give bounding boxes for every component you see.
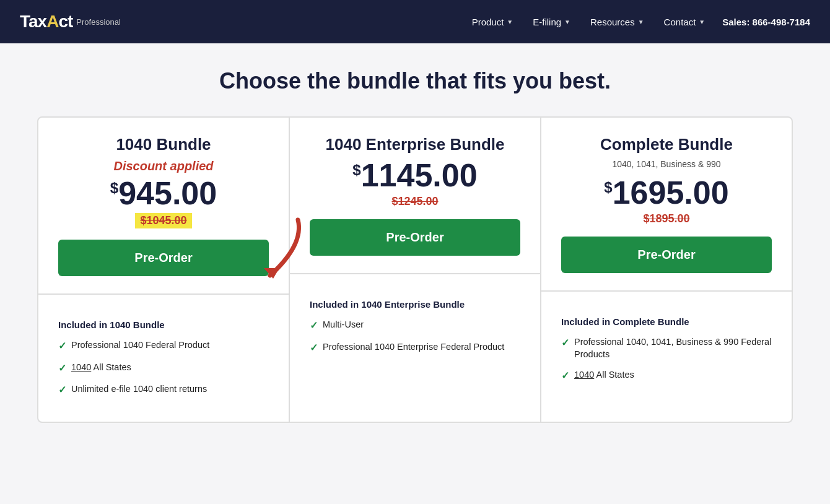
- list-item: ✓ Professional 1040, 1041, Business & 99…: [561, 336, 772, 361]
- feature-text: Professional 1040, 1041, Business & 990 …: [574, 336, 772, 361]
- bundle-enterprise-price-old-wrapper: $1245.00: [310, 195, 520, 208]
- bundle-card-complete: Complete Bundle 1040, 1041, Business & 9…: [541, 118, 792, 422]
- bundle-complete-included-title: Included in Complete Bundle: [561, 316, 772, 327]
- page-title: Choose the bundle that fits you best.: [37, 68, 793, 94]
- efiling-caret-icon: ▼: [564, 19, 570, 25]
- main-content: Choose the bundle that fits you best. 10…: [0, 43, 830, 448]
- feature-text: 1040 All States: [71, 361, 131, 373]
- feature-text: Professional 1040 Federal Product: [71, 339, 209, 351]
- resources-caret-icon: ▼: [638, 19, 644, 25]
- bundle-complete-subtitle: 1040, 1041, Business & 990: [561, 159, 772, 169]
- card-divider: [38, 293, 289, 307]
- checkmark-icon: ✓: [561, 369, 569, 383]
- logo-professional: Professional: [76, 17, 121, 27]
- checkmark-icon: ✓: [561, 336, 569, 350]
- nav-product[interactable]: Product ▼: [465, 12, 521, 32]
- feature-text: Professional 1040 Enterprise Federal Pro…: [323, 341, 504, 353]
- feature-text: Unlimited e-file 1040 client returns: [71, 383, 207, 395]
- bundle-card-1040-enterprise: 1040 Enterprise Bundle $1145.00 $1245.00…: [290, 118, 541, 422]
- nav-resources[interactable]: Resources ▼: [583, 12, 652, 32]
- bundle-complete-title: Complete Bundle: [561, 135, 772, 154]
- checkmark-icon: ✓: [310, 341, 318, 355]
- bundles-container: 1040 Bundle Discount applied $945.00 $10…: [37, 116, 793, 423]
- discount-arrow: [251, 214, 307, 284]
- feature-text: 1040 All States: [574, 368, 634, 381]
- bundle-enterprise-features: ✓ Multi-User ✓ Professional 1040 Enterpr…: [310, 318, 520, 355]
- nav-contact[interactable]: Contact ▼: [657, 12, 713, 32]
- list-item: ✓ Professional 1040 Federal Product: [58, 339, 269, 353]
- list-item: ✓ Unlimited e-file 1040 client returns: [58, 383, 269, 397]
- preorder-button-enterprise[interactable]: Pre-Order: [310, 219, 520, 256]
- feature-link[interactable]: 1040: [71, 362, 91, 372]
- logo[interactable]: TaxAct Professional: [20, 12, 121, 32]
- bundle-enterprise-title: 1040 Enterprise Bundle: [310, 135, 520, 154]
- navbar: TaxAct Professional Product ▼ E-filing ▼…: [0, 0, 830, 43]
- bundle-complete-price-current: $1695.00: [561, 176, 772, 209]
- bundle-1040-features: ✓ Professional 1040 Federal Product ✓ 10…: [58, 339, 269, 397]
- product-caret-icon: ▼: [507, 19, 513, 25]
- checkmark-icon: ✓: [58, 383, 66, 397]
- nav-phone: Sales: 866-498-7184: [722, 17, 810, 27]
- preorder-button-1040[interactable]: Pre-Order: [58, 240, 269, 276]
- checkmark-icon: ✓: [310, 319, 318, 332]
- list-item: ✓ Multi-User: [310, 318, 520, 332]
- bundle-enterprise-price-old: $1245.00: [391, 195, 438, 208]
- bundle-1040-included-title: Included in 1040 Bundle: [58, 319, 269, 330]
- bundle-complete-price-old: $1895.00: [643, 212, 689, 225]
- nav-efiling[interactable]: E-filing ▼: [525, 12, 578, 32]
- preorder-button-complete[interactable]: Pre-Order: [561, 237, 772, 273]
- bundle-card-1040: 1040 Bundle Discount applied $945.00 $10…: [38, 118, 290, 422]
- discount-label: Discount applied: [58, 159, 269, 173]
- bundle-enterprise-price-current: $1145.00: [310, 159, 520, 191]
- contact-caret-icon: ▼: [699, 19, 705, 25]
- bundle-complete-price-old-wrapper: $1895.00: [561, 212, 772, 225]
- list-item: ✓ 1040 All States: [58, 361, 269, 375]
- checkmark-icon: ✓: [58, 362, 66, 375]
- feature-text: Multi-User: [323, 318, 364, 331]
- feature-link-complete[interactable]: 1040: [574, 370, 594, 380]
- bundle-1040-title: 1040 Bundle: [58, 135, 269, 154]
- bundle-1040-price-old-wrapper: $1045.00: [58, 213, 269, 228]
- nav-links: Product ▼ E-filing ▼ Resources ▼ Contact…: [465, 12, 713, 32]
- card-divider: [541, 290, 792, 304]
- bundle-complete-features: ✓ Professional 1040, 1041, Business & 99…: [561, 336, 772, 383]
- logo-text: TaxAct: [20, 12, 72, 32]
- bundle-enterprise-included-title: Included in 1040 Enterprise Bundle: [310, 299, 520, 310]
- card-divider: [290, 273, 540, 287]
- list-item: ✓ 1040 All States: [561, 368, 772, 383]
- list-item: ✓ Professional 1040 Enterprise Federal P…: [310, 341, 520, 355]
- bundle-1040-price-current: $945.00: [58, 177, 269, 209]
- bundle-1040-price-old: $1045.00: [135, 213, 191, 228]
- checkmark-icon: ✓: [58, 339, 66, 353]
